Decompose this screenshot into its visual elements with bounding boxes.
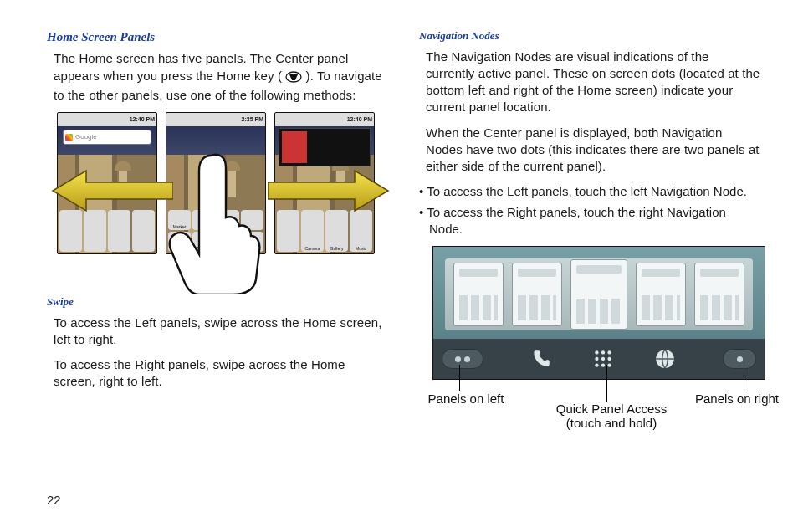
home-panels-intro: The Home screen has five panels. The Cen…: [47, 50, 389, 104]
svg-point-8: [601, 363, 605, 366]
mini-panel: [512, 263, 562, 326]
bullet-right-node: To access the Right panels, touch the ri…: [419, 204, 761, 238]
svg-point-2: [601, 350, 605, 354]
hand-gesture-icon: [159, 149, 276, 294]
apps-grid-icon[interactable]: [591, 347, 615, 371]
navnodes-bullets: To access the Left panels, touch the lef…: [419, 183, 761, 238]
right-navigation-node[interactable]: [723, 349, 756, 369]
callout-line: [744, 365, 744, 391]
dot-icon: [737, 356, 743, 362]
figure-swipe-panels: 12:40 PM Google 2:35 PM MarketTalk Messa…: [52, 112, 390, 291]
heading-navigation-nodes: Navigation Nodes: [419, 28, 761, 43]
page-number: 22: [47, 492, 61, 509]
phone-icon[interactable]: [529, 347, 553, 371]
svg-point-6: [607, 357, 611, 361]
dot-icon: [455, 356, 461, 362]
callout-line: [459, 365, 460, 391]
globe-icon[interactable]: [653, 347, 677, 371]
swipe-right-instruction: To access the Right panels, swipe across…: [47, 356, 389, 391]
swipe-arrow-right-icon: [268, 166, 393, 216]
navnodes-p1: The Navigation Nodes are visual indicati…: [419, 49, 761, 116]
svg-point-5: [601, 357, 605, 361]
svg-point-1: [595, 350, 598, 354]
heading-swipe: Swipe: [47, 294, 389, 309]
google-search-widget: Google: [63, 130, 151, 145]
callout-line: [606, 365, 607, 402]
heading-home-screen-panels: Home Screen Panels: [47, 28, 389, 45]
mini-panel: [636, 263, 686, 326]
svg-point-3: [607, 350, 611, 354]
svg-point-9: [607, 363, 611, 366]
left-column: Home Screen Panels The Home screen has f…: [47, 28, 389, 399]
swipe-left-instruction: To access the Left panels, swipe across …: [47, 315, 389, 349]
svg-point-7: [595, 363, 598, 366]
mini-panel: [694, 263, 744, 326]
swipe-arrow-left-icon: [48, 166, 173, 216]
right-column: Navigation Nodes The Navigation Nodes ar…: [419, 28, 761, 399]
svg-point-4: [595, 357, 598, 361]
label-panels-left: Panels on left: [416, 391, 516, 406]
panel-ribbon: [445, 258, 753, 330]
figure-navigation-nodes: [432, 246, 765, 380]
left-navigation-node[interactable]: [442, 349, 483, 369]
navnodes-p2: When the Center panel is displayed, both…: [419, 125, 761, 176]
mini-panel-center: [570, 259, 627, 330]
home-key-icon: [285, 70, 302, 87]
media-widget: [279, 128, 371, 166]
dot-icon: [464, 356, 470, 362]
label-quick-panel-access: Quick Panel Access (touch and hold): [545, 402, 678, 431]
bullet-left-node: To access the Left panels, touch the lef…: [419, 183, 761, 200]
mini-panel: [453, 263, 504, 326]
label-panels-right: Panels on right: [687, 391, 787, 406]
bottom-bar: [433, 339, 765, 379]
